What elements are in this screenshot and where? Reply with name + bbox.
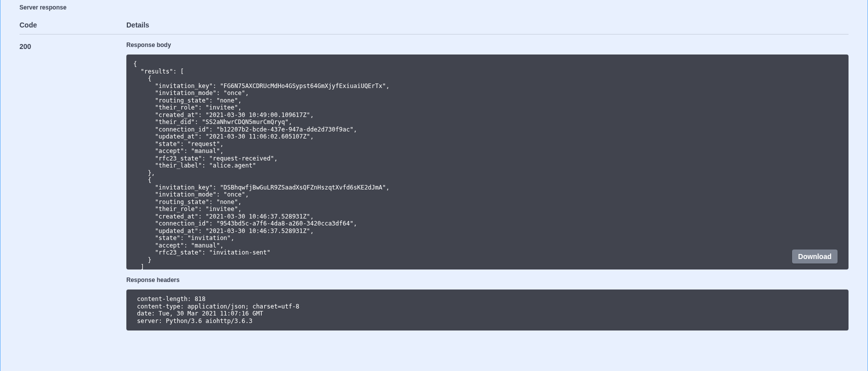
- response-headers-label: Response headers: [126, 276, 849, 284]
- column-code-header: Code: [19, 21, 126, 29]
- download-button[interactable]: Download: [792, 250, 838, 264]
- response-headers: content-length: 818 content-type: applic…: [126, 290, 849, 330]
- response-body[interactable]: { "results": [ { "invitation_key": "FG6N…: [126, 54, 849, 270]
- response-table-header: Code Details: [19, 16, 849, 34]
- response-table: Code Details 200 Response body { "result…: [19, 16, 849, 336]
- response-row: 200 Response body { "results": [ { "invi…: [19, 42, 849, 336]
- response-body-label: Response body: [126, 42, 849, 48]
- server-response-heading: Server response: [19, 4, 849, 16]
- column-details-header: Details: [126, 21, 849, 29]
- status-code: 200: [19, 42, 126, 336]
